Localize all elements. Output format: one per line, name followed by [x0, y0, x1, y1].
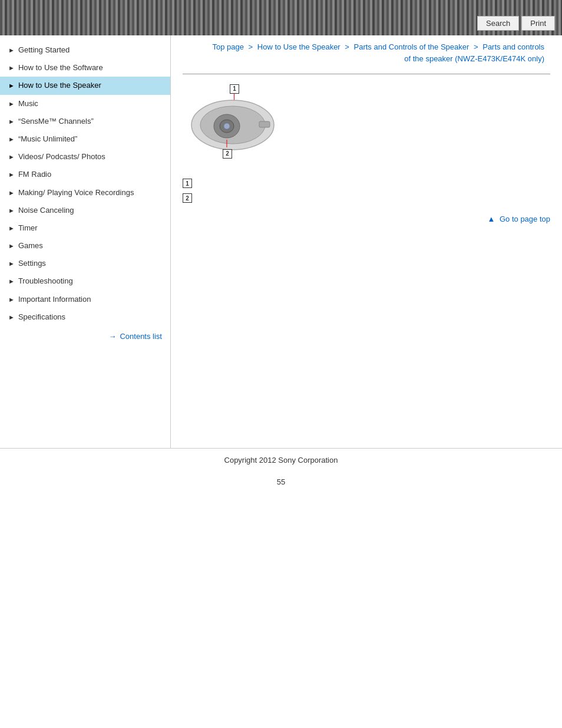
arrow-icon: ► — [8, 170, 15, 179]
sidebar-item-label: “Music Unlimited” — [18, 134, 77, 144]
footer: Copyright 2012 Sony Corporation — [0, 448, 562, 472]
sidebar-item-label: Settings — [18, 258, 46, 269]
breadcrumb-sep-1: > — [249, 42, 255, 51]
arrow-icon: ► — [8, 81, 15, 90]
sidebar-item-label: Making/ Playing Voice Recordings — [18, 187, 134, 198]
sidebar-item-noise[interactable]: ► Noise Canceling — [0, 202, 170, 219]
breadcrumb: Top page > How to Use the Speaker > Part… — [183, 41, 550, 64]
main-layout: ► Getting Started ► How to Use the Softw… — [0, 35, 562, 448]
breadcrumb-sep-3: > — [474, 42, 480, 51]
arrow-icon: ► — [8, 189, 15, 197]
arrow-icon: ► — [8, 295, 15, 304]
page-number-value: 55 — [277, 477, 285, 486]
parts-list: 1 2 — [183, 178, 550, 203]
sidebar-item-fm-radio[interactable]: ► FM Radio — [0, 166, 170, 183]
sidebar-item-label: Troubleshooting — [18, 276, 73, 286]
sidebar-item-label: Specifications — [18, 312, 65, 322]
go-to-top-label: Go to page top — [500, 215, 550, 223]
sidebar-item-label: Games — [18, 241, 43, 251]
breadcrumb-sep-2: > — [345, 42, 351, 51]
page-number: 55 — [0, 472, 562, 492]
copyright-text: Copyright 2012 Sony Corporation — [224, 456, 338, 465]
contents-link-label: Contents list — [120, 332, 162, 341]
arrow-right-icon: → — [108, 332, 116, 341]
sidebar-item-label: Noise Canceling — [18, 205, 74, 216]
sidebar-item-label: Important Information — [18, 294, 91, 305]
sidebar-item-videos[interactable]: ► Videos/ Podcasts/ Photos — [0, 148, 170, 166]
sidebar-item-label: Music — [18, 98, 38, 109]
arrow-icon: ► — [8, 46, 15, 55]
sidebar-item-label: How to Use the Speaker — [18, 80, 101, 91]
sidebar-item-troubleshooting[interactable]: ► Troubleshooting — [0, 272, 170, 290]
sidebar-item-music-unlimited[interactable]: ► “Music Unlimited” — [0, 130, 170, 148]
arrow-icon: ► — [8, 206, 15, 215]
svg-rect-5 — [259, 121, 270, 127]
svg-point-4 — [224, 123, 230, 129]
diagram-area: 1 — [183, 84, 550, 166]
arrow-icon: ► — [8, 277, 15, 286]
sidebar-item-getting-started[interactable]: ► Getting Started — [0, 41, 170, 59]
sidebar-item-games[interactable]: ► Games — [0, 237, 170, 255]
arrow-icon: ► — [8, 224, 15, 233]
sidebar-item-important[interactable]: ► Important Information — [0, 291, 170, 308]
sidebar-item-label: FM Radio — [18, 169, 51, 180]
breadcrumb-speaker[interactable]: How to Use the Speaker — [257, 42, 340, 51]
arrow-icon: ► — [8, 259, 15, 268]
sidebar-item-timer[interactable]: ► Timer — [0, 219, 170, 237]
content-area: Top page > How to Use the Speaker > Part… — [171, 35, 562, 448]
sidebar-item-software[interactable]: ► How to Use the Software — [0, 59, 170, 77]
sidebar-item-label: Timer — [18, 223, 38, 233]
header: Search Print — [0, 0, 562, 35]
diagram-label-2: 2 — [223, 149, 232, 159]
sidebar-item-speaker[interactable]: ► How to Use the Speaker — [0, 77, 170, 94]
triangle-up-icon: ▲ — [487, 215, 495, 223]
arrow-icon: ► — [8, 117, 15, 126]
search-button[interactable]: Search — [477, 16, 519, 31]
diagram-label-1: 1 — [230, 84, 239, 94]
sidebar-item-label: Getting Started — [18, 45, 70, 55]
contents-list-link[interactable]: → Contents list — [0, 326, 170, 347]
sidebar-item-settings[interactable]: ► Settings — [0, 255, 170, 272]
sidebar-item-label: “SensMe™ Channels” — [18, 116, 94, 127]
sidebar-item-sensme[interactable]: ► “SensMe™ Channels” — [0, 113, 170, 130]
print-button[interactable]: Print — [521, 16, 555, 31]
part-item-2: 2 — [183, 193, 550, 203]
speaker-svg — [189, 95, 277, 154]
sidebar-item-label: Videos/ Podcasts/ Photos — [18, 151, 105, 162]
page-title-divider — [183, 74, 550, 74]
arrow-icon: ► — [8, 100, 15, 108]
part-number-2: 2 — [183, 193, 192, 203]
sidebar-item-voice[interactable]: ► Making/ Playing Voice Recordings — [0, 184, 170, 202]
arrow-icon: ► — [8, 153, 15, 162]
arrow-icon: ► — [8, 135, 15, 144]
sidebar: ► Getting Started ► How to Use the Softw… — [0, 35, 171, 448]
arrow-icon: ► — [8, 242, 15, 251]
breadcrumb-top[interactable]: Top page — [212, 42, 244, 51]
breadcrumb-parts-controls[interactable]: Parts and Controls of the Speaker — [354, 42, 470, 51]
part-item-1: 1 — [183, 178, 550, 188]
sidebar-item-specifications[interactable]: ► Specifications — [0, 308, 170, 326]
arrow-icon: ► — [8, 64, 15, 73]
go-to-top-link[interactable]: ▲ Go to page top — [183, 215, 550, 223]
header-buttons: Search Print — [477, 16, 555, 31]
sidebar-item-label: How to Use the Software — [18, 62, 103, 73]
sidebar-item-music[interactable]: ► Music — [0, 95, 170, 113]
part-number-1: 1 — [183, 179, 192, 188]
arrow-icon: ► — [8, 313, 15, 322]
